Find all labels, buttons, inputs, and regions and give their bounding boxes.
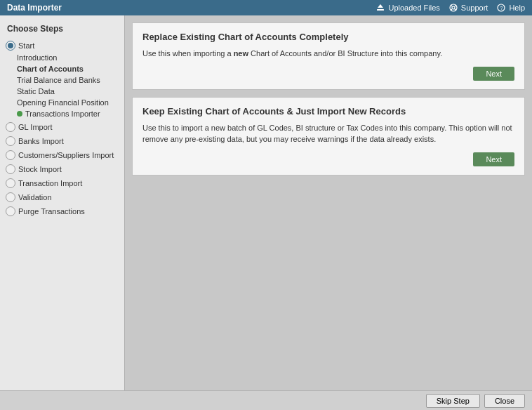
sidebar: Choose Steps Start Introduction Chart of… — [0, 15, 125, 390]
support-button[interactable]: Support — [448, 3, 488, 13]
uploaded-files-label: Uploaded Files — [388, 4, 439, 12]
purge-transactions-circle — [6, 206, 15, 216]
upload-icon — [375, 3, 385, 13]
banks-import-label: Banks Import — [18, 137, 64, 145]
sidebar-item-opening-financial[interactable]: Opening Financial Position — [17, 97, 124, 108]
replace-existing-title: Replace Existing Chart of Accounts Compl… — [142, 32, 514, 42]
sidebar-section-start: Start Introduction Chart of Accounts Tri… — [0, 39, 124, 119]
start-circle-inner — [8, 43, 13, 48]
sidebar-item-chart-of-accounts[interactable]: Chart of Accounts — [17, 63, 124, 74]
svg-rect-0 — [377, 9, 384, 11]
app-footer: Skip Step Close — [0, 390, 532, 410]
support-label: Support — [461, 4, 488, 12]
sidebar-item-trial-balance[interactable]: Trial Balance and Banks — [17, 74, 124, 86]
transactions-importer-label: Transactions Importer — [25, 110, 100, 118]
sidebar-section-transaction-import: Transaction Import — [0, 177, 124, 190]
sidebar-item-banks-import[interactable]: Banks Import — [0, 135, 124, 147]
validation-circle — [6, 192, 15, 202]
keep-existing-title: Keep Existing Chart of Accounts & Just I… — [142, 106, 514, 117]
sidebar-item-customers-suppliers[interactable]: Customers/Suppliers Import — [0, 149, 124, 161]
customers-suppliers-circle — [6, 150, 15, 160]
help-label: Help — [509, 4, 525, 12]
customers-suppliers-label: Customers/Suppliers Import — [18, 151, 114, 159]
gl-import-circle — [6, 122, 15, 132]
purge-transactions-label: Purge Transactions — [18, 207, 85, 216]
svg-line-5 — [451, 5, 452, 6]
start-circle — [6, 41, 15, 51]
svg-line-4 — [455, 5, 456, 6]
sidebar-item-transactions-importer[interactable]: Transactions Importer — [17, 108, 124, 119]
sidebar-section-customers-suppliers: Customers/Suppliers Import — [0, 149, 124, 161]
gl-import-label: GL Import — [18, 123, 53, 131]
replace-existing-footer: Next — [142, 67, 514, 81]
sidebar-section-gl-import: GL Import — [0, 121, 124, 133]
start-label: Start — [18, 41, 34, 50]
sidebar-item-stock-import[interactable]: Stock Import — [0, 163, 124, 176]
sidebar-section-validation: Validation — [0, 191, 124, 204]
replace-existing-body: Use this when importing a new Chart of A… — [142, 48, 514, 60]
sidebar-item-purge-transactions[interactable]: Purge Transactions — [0, 205, 124, 218]
replace-existing-next-button[interactable]: Next — [473, 67, 514, 81]
sidebar-item-gl-import[interactable]: GL Import — [0, 121, 124, 133]
svg-line-7 — [451, 9, 452, 11]
active-green-dot — [17, 111, 22, 117]
sidebar-item-static-data[interactable]: Static Data — [17, 86, 124, 97]
keep-existing-next-button[interactable]: Next — [473, 152, 514, 166]
transaction-import-circle — [6, 178, 15, 188]
stock-import-label: Stock Import — [18, 165, 62, 173]
keep-existing-footer: Next — [142, 152, 514, 166]
support-icon — [448, 3, 458, 13]
sidebar-section-stock-import: Stock Import — [0, 163, 124, 176]
replace-existing-card: Replace Existing Chart of Accounts Compl… — [132, 22, 525, 90]
help-icon: ? — [496, 3, 506, 13]
uploaded-files-button[interactable]: Uploaded Files — [375, 3, 439, 13]
sidebar-item-introduction[interactable]: Introduction — [17, 52, 124, 63]
header-actions: Uploaded Files Support ? — [375, 3, 525, 13]
skip-step-button[interactable]: Skip Step — [426, 394, 480, 408]
svg-point-3 — [452, 6, 455, 9]
app-title: Data Importer — [7, 3, 62, 13]
stock-import-circle — [6, 164, 15, 174]
content-area: Replace Existing Chart of Accounts Compl… — [125, 15, 532, 390]
banks-import-circle — [6, 136, 15, 146]
sidebar-item-validation[interactable]: Validation — [0, 191, 124, 204]
svg-text:?: ? — [500, 6, 503, 11]
sidebar-section-purge-transactions: Purge Transactions — [0, 205, 124, 218]
validation-label: Validation — [18, 193, 52, 201]
main-container: Choose Steps Start Introduction Chart of… — [0, 15, 532, 390]
sidebar-item-transaction-import[interactable]: Transaction Import — [0, 177, 124, 190]
start-subsection: Introduction Chart of Accounts Trial Bal… — [0, 52, 124, 119]
sidebar-title: Choose Steps — [0, 21, 124, 39]
app-header: Data Importer Uploaded Files — [0, 0, 532, 15]
help-button[interactable]: ? Help — [496, 3, 525, 13]
transaction-import-label: Transaction Import — [18, 179, 82, 187]
keep-existing-card: Keep Existing Chart of Accounts & Just I… — [132, 97, 525, 176]
svg-line-6 — [455, 9, 456, 11]
close-button[interactable]: Close — [484, 394, 525, 408]
keep-existing-body: Use this to import a new batch of GL Cod… — [142, 122, 514, 145]
sidebar-item-start[interactable]: Start — [0, 39, 124, 52]
svg-marker-1 — [378, 4, 383, 8]
sidebar-section-banks-import: Banks Import — [0, 135, 124, 147]
